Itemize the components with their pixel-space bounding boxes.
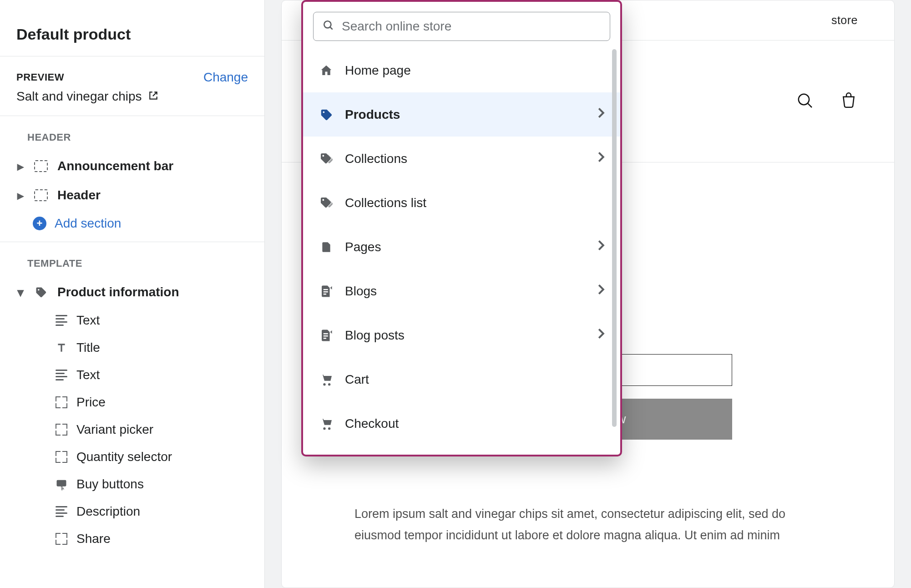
- chevron-right-icon: [597, 151, 605, 166]
- search-field[interactable]: [313, 12, 610, 41]
- editor-sidebar: Default product PREVIEW Change Salt and …: [0, 0, 265, 588]
- app-block-icon: [55, 532, 68, 546]
- search-icon[interactable]: [796, 91, 814, 112]
- block-quantity-selector[interactable]: Quantity selector: [0, 443, 264, 471]
- page-option-blogs[interactable]: Blogs: [303, 269, 620, 313]
- tags-icon: [319, 195, 334, 211]
- sidebar-item-header[interactable]: ▸ Header: [0, 181, 264, 210]
- caret-right-icon: ▸: [16, 159, 25, 174]
- section-icon: [33, 187, 49, 203]
- text-icon: [55, 368, 68, 382]
- external-link-icon[interactable]: [148, 89, 158, 104]
- page-option-collections[interactable]: Collections: [303, 137, 620, 181]
- chevron-right-icon: [597, 328, 605, 343]
- page-option-collections-list[interactable]: Collections list: [303, 181, 620, 225]
- sidebar-item-label: Product information: [57, 285, 179, 299]
- header-group-label: HEADER: [0, 132, 264, 143]
- caret-down-icon: ▾: [16, 285, 25, 300]
- preview-panel: store PS gar chips ld out +: [265, 0, 911, 588]
- block-description[interactable]: Description: [0, 498, 264, 525]
- page-option-label: Collections: [345, 152, 407, 166]
- template-group: TEMPLATE ▾ Product information Text Titl…: [0, 242, 264, 557]
- svg-rect-6: [324, 333, 328, 335]
- tag-icon: [33, 284, 49, 300]
- tag-icon: [319, 107, 334, 122]
- page-option-label: Home page: [345, 63, 411, 78]
- block-title[interactable]: Title: [0, 334, 264, 361]
- page-option-blog-posts[interactable]: Blog posts: [303, 313, 620, 357]
- home-icon: [319, 63, 334, 78]
- page-option-checkout[interactable]: Checkout: [303, 401, 620, 446]
- section-icon: [33, 158, 49, 174]
- search-input[interactable]: [342, 19, 601, 34]
- plus-circle-icon: +: [33, 217, 46, 230]
- page-option-label: Collections list: [345, 196, 426, 210]
- product-description: Lorem ipsum salt and vinegar chips sit a…: [332, 503, 814, 547]
- page-option-products[interactable]: Products: [303, 92, 620, 137]
- preview-product-name: Salt and vinegar chips: [16, 89, 142, 104]
- text-icon: [55, 314, 68, 327]
- block-buy-buttons[interactable]: Buy buttons: [0, 471, 264, 498]
- header-group: HEADER ▸ Announcement bar ▸ Header + Add…: [0, 116, 264, 242]
- title-icon: [55, 341, 68, 355]
- block-share[interactable]: Share: [0, 525, 264, 553]
- chevron-right-icon: [597, 239, 605, 254]
- svg-rect-4: [324, 291, 328, 293]
- text-icon: [55, 505, 68, 518]
- svg-rect-7: [324, 335, 328, 337]
- svg-rect-3: [324, 289, 328, 290]
- page-option-label: Cart: [345, 372, 369, 387]
- svg-point-1: [799, 94, 809, 104]
- block-text[interactable]: Text: [0, 307, 264, 334]
- scrollbar[interactable]: [612, 49, 617, 427]
- preview-section: PREVIEW Change Salt and vinegar chips: [0, 56, 264, 116]
- chevron-right-icon: [597, 107, 605, 122]
- page-list: Home pageProductsCollectionsCollections …: [303, 48, 620, 446]
- page-option-cart[interactable]: Cart: [303, 357, 620, 401]
- cart-icon[interactable]: [840, 91, 858, 112]
- page-selector-popover: Home pageProductsCollectionsCollections …: [301, 0, 622, 456]
- announcement-text: store: [831, 14, 858, 27]
- page-icon: [319, 239, 334, 255]
- change-preview-button[interactable]: Change: [203, 70, 248, 85]
- cart-icon: [319, 416, 334, 431]
- sidebar-item-label: Header: [57, 188, 101, 203]
- add-section-label: Add section: [55, 216, 121, 231]
- app-block-icon: [55, 423, 68, 436]
- sidebar-item-label: Announcement bar: [57, 159, 173, 173]
- blog-icon: [319, 284, 334, 299]
- page-option-label: Products: [345, 107, 400, 122]
- page-option-label: Blog posts: [345, 328, 405, 343]
- sidebar-item-product-information[interactable]: ▾ Product information: [0, 278, 264, 307]
- sidebar-item-announcement-bar[interactable]: ▸ Announcement bar: [0, 152, 264, 181]
- block-variant-picker[interactable]: Variant picker: [0, 416, 264, 443]
- caret-right-icon: ▸: [16, 188, 25, 203]
- svg-rect-5: [324, 294, 326, 295]
- add-section-button[interactable]: + Add section: [0, 210, 264, 237]
- blog-icon: [319, 328, 334, 343]
- template-group-label: TEMPLATE: [0, 258, 264, 269]
- chevron-right-icon: [597, 284, 605, 299]
- page-option-label: Checkout: [345, 416, 399, 431]
- svg-point-2: [324, 21, 331, 28]
- preview-label: PREVIEW: [16, 71, 64, 83]
- page-option-label: Pages: [345, 240, 381, 254]
- svg-rect-8: [324, 338, 326, 339]
- cart-icon: [319, 372, 334, 387]
- buy-button-icon: [55, 477, 68, 491]
- tags-icon: [319, 151, 334, 167]
- app-block-icon: [55, 395, 68, 409]
- page-option-pages[interactable]: Pages: [303, 225, 620, 269]
- page-option-label: Blogs: [345, 284, 377, 299]
- search-icon: [323, 20, 334, 33]
- page-option-home-page[interactable]: Home page: [303, 48, 620, 92]
- app-block-icon: [55, 450, 68, 464]
- page-title: Default product: [0, 0, 264, 56]
- block-text-2[interactable]: Text: [0, 361, 264, 389]
- block-price[interactable]: Price: [0, 389, 264, 416]
